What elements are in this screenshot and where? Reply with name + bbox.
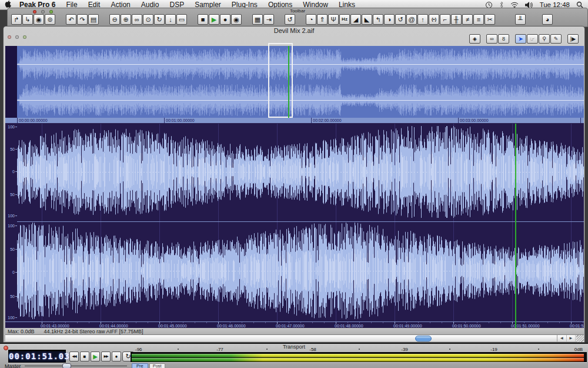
toolbar-play-button[interactable]: ▶ — [209, 14, 219, 25]
horizontal-scrollbar[interactable]: ◀ ▶ — [5, 334, 584, 342]
toolbar-cut-button[interactable]: ✂ — [485, 14, 495, 25]
meter-bar-left — [132, 354, 584, 357]
overview-ruler-tick — [458, 118, 459, 123]
toolbar-open-button[interactable]: ↱ — [11, 14, 22, 25]
amplitude-scale-label: 0 — [5, 270, 15, 274]
toolbar-fade-in-button[interactable]: ◢ — [350, 14, 361, 25]
toolbar-session-mix-button[interactable]: ◕ — [542, 14, 553, 25]
time-ruler-label: 00:01:46.00000 — [217, 324, 246, 328]
toolbar-buttons: ↱↳◉⊚↶↷▤⊖⊕∞⊙↻↓▭■▶●◉▦⇥↺◔⇑ΨHz◢◣↰◑↺@↑(•)⌐╫≠≡… — [11, 14, 563, 25]
toolbar-loop-tuner-button[interactable]: ↺ — [395, 14, 406, 25]
pre-fader-button[interactable]: Pre — [132, 363, 148, 368]
toolbar-invert-phase-button[interactable]: ◑ — [384, 14, 395, 25]
toolbar-record-button[interactable]: ● — [220, 14, 230, 25]
scroll-right-arrow[interactable]: ▶ — [567, 335, 576, 342]
toolbar-master-fader-button[interactable]: ╨ — [515, 14, 526, 25]
close-button[interactable] — [8, 35, 11, 39]
scrollbar-thumb[interactable] — [415, 336, 432, 342]
playhead-cursor[interactable] — [515, 124, 516, 328]
toolbar-insert-point-button[interactable]: ⊙ — [143, 14, 153, 25]
overview-ruler-label: 00:00:00.00000 — [19, 118, 48, 122]
record-button[interactable]: ● — [112, 352, 121, 362]
document-status-bar: Max: 0.0dB 44.1kHz 24-bit Stereo raw AIF… — [5, 328, 584, 334]
toolbar-burn-cd-button[interactable]: ⊚ — [45, 14, 55, 25]
toolbar-envelope-edit-button[interactable]: ⌐ — [440, 14, 450, 25]
document-window: Devil Mix 2.aif ◈∞8➤☞⚲✎|▶ 00:00:00.00000… — [3, 26, 585, 343]
overview-time-ruler[interactable]: 00:00:00.0000000:01:00.0000000:02:00.000… — [5, 118, 584, 124]
toolbar-import-cd-button[interactable]: ◉ — [34, 14, 44, 25]
toolbar-change-pitch-button[interactable]: Ψ — [328, 14, 339, 25]
waveform-overview[interactable] — [5, 46, 584, 118]
toolbar-eq-button[interactable]: ≠ — [462, 14, 473, 25]
meter-mode-buttons: Pre Post — [132, 363, 165, 368]
toolbar-batch-process-button[interactable]: ▦ — [252, 14, 263, 25]
zoom-tool-button[interactable]: ⚲ — [539, 34, 550, 44]
time-ruler[interactable]: 00:01:43.0000000:01:44.0000000:01:45.000… — [5, 321, 584, 328]
toolbar-select-view-button[interactable]: ▭ — [176, 14, 187, 25]
toolbar-zoom-out-button[interactable]: ⊖ — [109, 14, 120, 25]
window-resize-grip[interactable] — [576, 335, 584, 342]
toolbar-loop-playback-button[interactable]: ↺ — [285, 14, 295, 25]
time-ruler-label: 00:01:43.00000 — [41, 324, 69, 328]
link-loop-button[interactable]: 8 — [498, 34, 509, 44]
toolbar-loop-region-button[interactable]: ↻ — [154, 14, 165, 25]
time-ruler-label: 00:01:52.00000 — [570, 324, 584, 328]
overview-playhead — [288, 46, 289, 118]
toolbar-zoom-in-button[interactable]: ⊕ — [121, 14, 131, 25]
meter-db-scale: -96-77-58-39-190dB — [131, 347, 587, 352]
minimize-button[interactable] — [15, 35, 19, 39]
pencil-tool-button[interactable]: ✎ — [550, 34, 562, 44]
toolbar-duration-button[interactable]: ◔ — [306, 14, 316, 25]
toolbar-fade-out-button[interactable]: ◣ — [362, 14, 372, 25]
toolbar-export-button[interactable]: ⇥ — [263, 14, 274, 25]
fast-forward-button[interactable]: ▶▶ — [101, 352, 111, 362]
post-fader-button[interactable]: Post — [149, 363, 165, 368]
toolbar-redo-button[interactable]: ↷ — [77, 14, 88, 25]
toolbar-harmonic-rotate-button[interactable]: ≡ — [473, 14, 484, 25]
toolbar-stop-button[interactable]: ■ — [198, 14, 208, 25]
overview-ruler-tick — [17, 118, 18, 123]
master-fader-thumb[interactable] — [62, 363, 71, 368]
amplitude-scale-label: 50 — [5, 147, 15, 151]
toolbar-save-button[interactable]: ↳ — [22, 14, 33, 25]
toolbar-reverse-button[interactable]: ↰ — [373, 14, 383, 25]
playhead-tool-button[interactable]: |▶ — [567, 34, 579, 44]
apple-icon — [5, 0, 11, 8]
transport-window: Transport 00:01:51.039 ◀◀■▶▶▶● ↻ -96-77-… — [0, 343, 588, 368]
hand-tool-button[interactable]: ☞ — [527, 34, 538, 44]
overview-ruler-tick — [311, 118, 312, 123]
zoom-button[interactable] — [23, 35, 26, 39]
meter-scale-label: -77 — [216, 347, 223, 352]
amplitude-scale-label: 100 — [5, 224, 15, 228]
toolbar-change-gain-button[interactable]: ⇑ — [317, 14, 328, 25]
amplitude-scale-label: 50 — [5, 193, 15, 197]
amplitude-scale-label: 100 — [5, 316, 15, 320]
time-ruler-label: 00:01:48.00000 — [335, 324, 363, 328]
toolbar-record-timer-button[interactable]: ◉ — [231, 14, 242, 25]
toolbar-gate-button[interactable]: ╫ — [451, 14, 462, 25]
waveform-main-view[interactable]: 1005005010010050050100 — [5, 124, 584, 321]
toolbar-sample-rate-button[interactable]: Hz — [339, 14, 350, 25]
toolbar-plugin-envelope-button[interactable]: (•) — [429, 14, 439, 25]
wifi-icon[interactable] — [510, 2, 519, 8]
toolbar-loop-points-button[interactable]: ∞ — [132, 14, 142, 25]
toolbar-delete-button[interactable]: ▤ — [88, 14, 99, 25]
loop-toggle-button[interactable]: ∞ — [486, 34, 497, 44]
toolbar-convolve-button[interactable]: @ — [406, 14, 417, 25]
rewind-button[interactable]: ◀◀ — [69, 352, 79, 362]
toolbar-normalize-button[interactable]: ↑ — [417, 14, 428, 25]
stop-button[interactable]: ■ — [80, 352, 89, 362]
toolbar-drop-marker-button[interactable]: ↓ — [165, 14, 176, 25]
time-ruler-label: 00:01:45.00000 — [158, 324, 187, 328]
play-button[interactable]: ▶ — [91, 352, 100, 362]
toolbar-window: Toolbar ↱↳◉⊚↶↷▤⊖⊕∞⊙↻↓▭■▶●◉▦⇥↺◔⇑ΨHz◢◣↰◑↺@… — [7, 8, 588, 27]
overview-waveform-canvas[interactable] — [17, 46, 584, 118]
document-tool-buttons: ◈∞8➤☞⚲✎|▶ — [463, 34, 579, 44]
toolbar-undo-button[interactable]: ↶ — [66, 14, 76, 25]
volume-icon[interactable] — [525, 2, 533, 8]
arrow-tool-button[interactable]: ➤ — [515, 34, 526, 44]
scroll-left-arrow[interactable]: ◀ — [557, 335, 567, 342]
main-waveform-canvas[interactable] — [17, 124, 584, 321]
marker-button[interactable]: ◈ — [469, 34, 480, 44]
master-fader-track[interactable] — [25, 366, 127, 366]
